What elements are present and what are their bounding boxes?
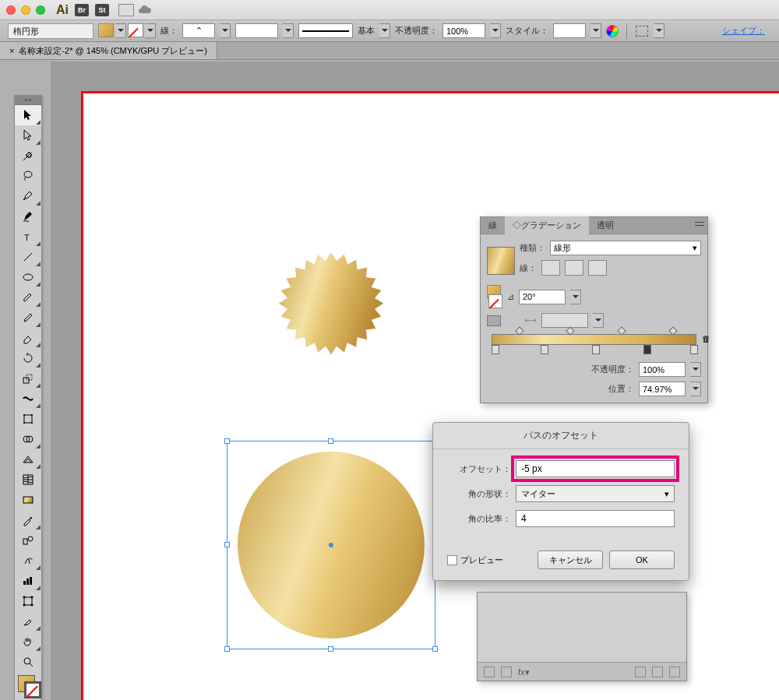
duplicate-icon[interactable] <box>652 667 663 677</box>
appearance-body[interactable] <box>478 593 686 663</box>
delete-icon[interactable] <box>669 667 680 677</box>
clear-icon[interactable] <box>635 667 646 677</box>
stroke-indicator[interactable] <box>24 681 41 698</box>
fill-stroke-indicator[interactable] <box>15 672 41 700</box>
type-tool[interactable]: T <box>15 227 41 247</box>
doc-tab[interactable]: × 名称未設定-2* @ 145% (CMYK/GPU プレビュー) <box>0 42 217 59</box>
join-select[interactable]: マイター▾ <box>516 485 675 502</box>
gradient-panel-tab[interactable]: ◇グラデーション <box>505 216 589 234</box>
stroke-profile[interactable] <box>298 23 353 38</box>
close-tab[interactable]: × <box>9 46 14 55</box>
style-dd[interactable] <box>590 23 601 38</box>
stroke-panel-tab[interactable]: 線 <box>481 216 505 234</box>
shape-link[interactable]: シェイプ： <box>722 25 765 37</box>
stop-location-input[interactable]: 74.97% <box>639 382 686 396</box>
blend-tool[interactable] <box>15 530 41 551</box>
stop-opacity-dd[interactable] <box>690 362 701 377</box>
toolbox-grip[interactable] <box>15 96 41 105</box>
fill-dropdown[interactable] <box>115 23 126 38</box>
perspective-grid-tool[interactable] <box>15 449 41 470</box>
cancel-button[interactable]: キャンセル <box>538 551 603 569</box>
lasso-tool[interactable] <box>15 166 41 186</box>
gradient-slider[interactable]: 🗑 <box>492 334 696 357</box>
mesh-tool[interactable] <box>15 470 41 490</box>
cloud-icon[interactable] <box>139 4 154 16</box>
stroke-dropdown[interactable] <box>145 23 156 38</box>
scale-tool[interactable] <box>15 368 41 389</box>
gradient-preview[interactable] <box>487 247 515 275</box>
stroke-weight-input[interactable]: ⌃ <box>182 23 215 38</box>
new-stroke-icon[interactable] <box>501 667 512 677</box>
grad-stroke-swatch[interactable] <box>488 294 502 308</box>
reverse-gradient-icon[interactable] <box>487 315 501 326</box>
transform-dd[interactable] <box>654 23 664 38</box>
angle-dd[interactable] <box>570 290 581 304</box>
new-fill-icon[interactable] <box>484 667 495 677</box>
width-tool[interactable] <box>15 389 41 409</box>
profile-dd[interactable] <box>379 23 390 38</box>
style-input[interactable] <box>553 23 586 38</box>
stroke-width-input[interactable] <box>235 23 278 38</box>
hand-tool[interactable] <box>15 631 41 652</box>
offset-input[interactable] <box>516 460 675 477</box>
handle-s[interactable] <box>328 646 333 652</box>
ellipse-tool[interactable] <box>15 267 41 287</box>
color-stop-4[interactable] <box>643 345 651 354</box>
arrange-icon[interactable] <box>118 4 134 16</box>
stop-opacity-input[interactable]: 100% <box>639 362 686 377</box>
free-transform-tool[interactable] <box>15 409 41 429</box>
miter-input[interactable] <box>516 510 675 527</box>
handle-nw[interactable] <box>224 438 230 444</box>
zoom-tool[interactable] <box>15 652 41 672</box>
minimize-window[interactable] <box>21 5 30 15</box>
color-stop-1[interactable] <box>492 345 499 354</box>
handle-sw[interactable] <box>224 646 230 652</box>
transparency-panel-tab[interactable]: 透明 <box>589 216 622 234</box>
rotate-tool[interactable] <box>15 348 41 368</box>
transform-icon[interactable] <box>635 25 649 37</box>
stroke-grad-along[interactable] <box>565 260 583 276</box>
stroke-grad-within[interactable] <box>541 260 560 276</box>
delete-stop-icon[interactable]: 🗑 <box>702 334 710 343</box>
pen-tool[interactable] <box>15 186 41 206</box>
gradient-type-select[interactable]: 線形▾ <box>550 241 701 255</box>
line-tool[interactable] <box>15 247 41 267</box>
pencil-tool[interactable] <box>15 308 41 328</box>
ok-button[interactable]: OK <box>609 551 675 569</box>
stroke-swatch[interactable] <box>128 23 143 37</box>
opacity-dd[interactable] <box>490 23 501 38</box>
selection-tool[interactable] <box>15 105 41 125</box>
paintbrush-tool[interactable] <box>15 287 41 308</box>
preview-checkbox[interactable]: プレビュー <box>447 554 503 566</box>
artboard-tool[interactable] <box>15 591 41 611</box>
eraser-tool[interactable] <box>15 328 41 348</box>
stroke-width-dd[interactable] <box>283 23 294 38</box>
add-effect-icon[interactable]: fx▾ <box>518 667 530 677</box>
panel-menu-icon[interactable] <box>695 220 704 228</box>
curvature-tool[interactable] <box>15 206 41 227</box>
direct-selection-tool[interactable] <box>15 125 41 146</box>
handle-n[interactable] <box>328 438 333 444</box>
symbol-sprayer-tool[interactable] <box>15 551 41 571</box>
handle-w[interactable] <box>224 542 230 547</box>
magic-wand-tool[interactable] <box>15 146 41 166</box>
eyedropper-tool[interactable] <box>15 510 41 530</box>
stroke-grad-across[interactable] <box>588 260 607 276</box>
slice-tool[interactable] <box>15 611 41 631</box>
stock-icon[interactable]: St <box>95 4 109 16</box>
angle-input[interactable]: 20° <box>519 290 566 304</box>
recolor-icon[interactable] <box>606 25 619 37</box>
fill-swatch[interactable] <box>98 23 114 37</box>
starburst-shape[interactable] <box>222 241 440 459</box>
color-stop-5[interactable] <box>690 345 698 354</box>
gradient-tool[interactable] <box>15 490 41 510</box>
color-stop-2[interactable] <box>541 345 548 354</box>
stop-location-dd[interactable] <box>690 382 701 396</box>
close-window[interactable] <box>6 5 16 15</box>
column-graph-tool[interactable] <box>15 571 41 591</box>
handle-se[interactable] <box>432 646 438 652</box>
bridge-icon[interactable]: Br <box>75 4 89 16</box>
opacity-input[interactable]: 100% <box>442 23 485 38</box>
stroke-weight-dd[interactable] <box>220 23 231 38</box>
zoom-window[interactable] <box>36 5 45 15</box>
